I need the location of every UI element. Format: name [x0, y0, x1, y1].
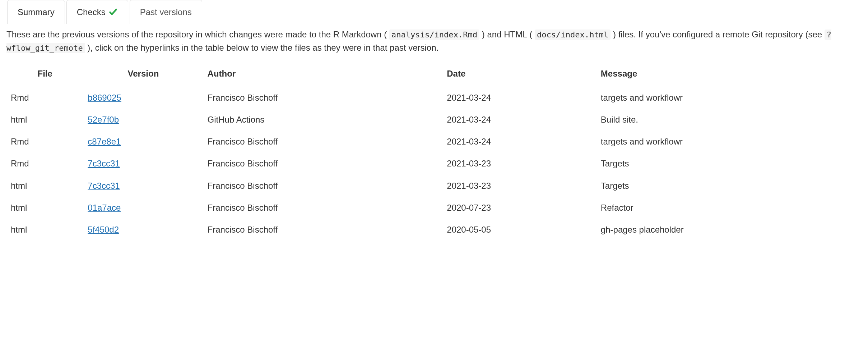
- cell-version: c87e8e1: [83, 131, 203, 152]
- cell-file: html: [6, 109, 83, 131]
- cell-date: 2021-03-24: [442, 109, 597, 131]
- cell-message: Refactor: [597, 197, 862, 219]
- table-row: html7c3cc31Francisco Bischoff2021-03-23T…: [6, 175, 862, 197]
- cell-file: html: [6, 197, 83, 219]
- table-row: html5f450d2Francisco Bischoff2020-05-05g…: [6, 219, 862, 241]
- cell-message: targets and workflowr: [597, 131, 862, 152]
- cell-version: 52e7f0b: [83, 109, 203, 131]
- cell-version: 7c3cc31: [83, 175, 203, 197]
- col-header-message: Message: [597, 63, 862, 87]
- version-link[interactable]: 5f450d2: [88, 225, 119, 234]
- cell-author: Francisco Bischoff: [203, 87, 443, 109]
- cell-version: 01a7ace: [83, 197, 203, 219]
- cell-version: 7c3cc31: [83, 152, 203, 174]
- cell-file: Rmd: [6, 131, 83, 152]
- tab-summary[interactable]: Summary: [7, 0, 65, 24]
- description-text: These are the previous versions of the r…: [6, 28, 862, 54]
- cell-author: Francisco Bischoff: [203, 131, 443, 152]
- table-row: html01a7aceFrancisco Bischoff2020-07-23R…: [6, 197, 862, 219]
- cell-date: 2021-03-24: [442, 131, 597, 152]
- version-link[interactable]: 7c3cc31: [88, 181, 120, 191]
- desc-seg-3: ) files. If you've configured a remote G…: [613, 29, 825, 39]
- version-link[interactable]: 7c3cc31: [88, 159, 120, 168]
- code-html-path: docs/index.html: [535, 29, 611, 40]
- col-header-author: Author: [203, 63, 443, 87]
- cell-date: 2020-05-05: [442, 219, 597, 241]
- tabs-bar: Summary Checks Past versions: [6, 0, 862, 24]
- col-header-file: File: [6, 63, 83, 87]
- version-link[interactable]: 52e7f0b: [88, 115, 119, 124]
- cell-date: 2021-03-23: [442, 175, 597, 197]
- tab-past-versions[interactable]: Past versions: [130, 0, 202, 24]
- desc-seg-1: These are the previous versions of the r…: [6, 29, 387, 39]
- check-icon: [108, 8, 118, 17]
- cell-message: Build site.: [597, 109, 862, 131]
- versions-table: File Version Author Date Message Rmdb869…: [6, 63, 862, 241]
- cell-version: b869025: [83, 87, 203, 109]
- cell-version: 5f450d2: [83, 219, 203, 241]
- table-header-row: File Version Author Date Message: [6, 63, 862, 87]
- cell-author: Francisco Bischoff: [203, 175, 443, 197]
- cell-date: 2020-07-23: [442, 197, 597, 219]
- code-rmd-path: analysis/index.Rmd: [389, 29, 479, 40]
- cell-message: gh-pages placeholder: [597, 219, 862, 241]
- col-header-version: Version: [83, 63, 203, 87]
- cell-message: Targets: [597, 175, 862, 197]
- cell-date: 2021-03-23: [442, 152, 597, 174]
- cell-date: 2021-03-24: [442, 87, 597, 109]
- tab-checks[interactable]: Checks: [66, 0, 128, 24]
- tab-summary-label: Summary: [18, 5, 55, 19]
- tab-past-versions-label: Past versions: [140, 5, 192, 19]
- version-link[interactable]: 01a7ace: [88, 203, 121, 212]
- desc-seg-4: ), click on the hyperlinks in the table …: [87, 43, 438, 52]
- cell-author: Francisco Bischoff: [203, 197, 443, 219]
- table-row: Rmd7c3cc31Francisco Bischoff2021-03-23Ta…: [6, 152, 862, 174]
- cell-author: Francisco Bischoff: [203, 152, 443, 174]
- tab-checks-label: Checks: [77, 5, 106, 19]
- version-link[interactable]: b869025: [88, 93, 121, 102]
- table-row: html52e7f0bGitHub Actions2021-03-24Build…: [6, 109, 862, 131]
- table-row: Rmdb869025Francisco Bischoff2021-03-24ta…: [6, 87, 862, 109]
- cell-file: html: [6, 175, 83, 197]
- cell-author: Francisco Bischoff: [203, 219, 443, 241]
- cell-author: GitHub Actions: [203, 109, 443, 131]
- col-header-date: Date: [442, 63, 597, 87]
- cell-message: targets and workflowr: [597, 87, 862, 109]
- cell-file: Rmd: [6, 152, 83, 174]
- version-link[interactable]: c87e8e1: [88, 137, 121, 146]
- desc-seg-2: ) and HTML (: [482, 29, 532, 39]
- table-row: Rmdc87e8e1Francisco Bischoff2021-03-24ta…: [6, 131, 862, 152]
- cell-file: html: [6, 219, 83, 241]
- cell-file: Rmd: [6, 87, 83, 109]
- cell-message: Targets: [597, 152, 862, 174]
